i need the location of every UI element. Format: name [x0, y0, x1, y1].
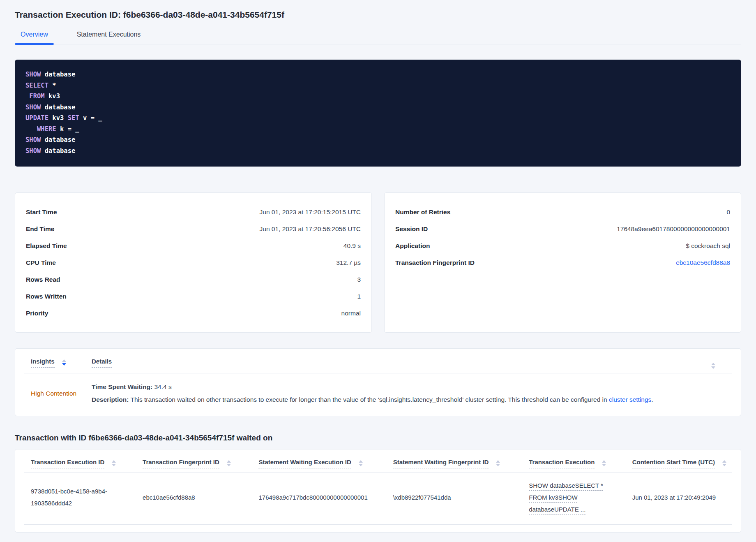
waited-on-table-card: Transaction Execution IDTransaction Fing…: [15, 449, 741, 533]
summary-label: End Time: [26, 225, 54, 233]
sort-up-triangle: [496, 460, 500, 463]
details-column-label[interactable]: Details: [92, 358, 112, 368]
summary-card-left: Start TimeJun 01, 2023 at 17:20:15:2015 …: [15, 192, 372, 333]
sort-down-triangle: [711, 366, 715, 369]
summary-label: Elapsed Time: [26, 242, 67, 250]
cell-transaction-execution-id: 9738d051-bc0e-4158-a9b4-1903586ddd42: [24, 485, 113, 509]
summary-value: normal: [341, 310, 361, 317]
tab-statement-executions[interactable]: Statement Executions: [71, 31, 147, 44]
sort-up-triangle: [227, 460, 231, 463]
summary-value: 312.7 µs: [336, 259, 361, 266]
insight-details: Time Spent Waiting: 34.4 s Description: …: [92, 382, 732, 404]
sort-down-triangle: [602, 464, 606, 466]
tab-overview-label: Overview: [21, 31, 48, 38]
column-header[interactable]: Transaction Execution: [522, 459, 625, 468]
sql-text: k = _: [56, 125, 79, 133]
sql-text: kv3: [45, 93, 60, 100]
column-header-label[interactable]: Transaction Execution: [529, 459, 595, 468]
summary-label: Rows Written: [26, 293, 67, 300]
sql-text: database: [41, 136, 75, 144]
sql-keyword: SHOW: [25, 71, 41, 78]
sql-text: *: [48, 82, 56, 89]
sort-down-triangle: [62, 363, 66, 366]
summary-row: Transaction Fingerprint IDebc10ae56cfd88…: [395, 254, 730, 271]
insight-row: High Contention Time Spent Waiting: 34.4…: [24, 373, 732, 416]
description-suffix: .: [651, 396, 653, 403]
sort-icon[interactable]: [227, 460, 231, 466]
sort-icon[interactable]: [722, 460, 726, 466]
summary-row: Rows Read3: [26, 271, 361, 288]
summary-row: Elapsed Time40.9 s: [26, 237, 361, 254]
transaction-execution-page: Transaction Execution ID: f6be6366-da03-…: [0, 0, 756, 533]
sql-line: WHERE k = _: [25, 124, 731, 135]
waited-on-table-row: 9738d051-bc0e-4158-a9b4-1903586ddd42 ebc…: [24, 473, 732, 525]
insights-header-right-sort[interactable]: [711, 358, 732, 369]
time-spent-waiting-label: Time Spent Waiting:: [92, 383, 152, 390]
tab-statement-executions-label: Statement Executions: [77, 31, 141, 38]
summary-value: Jun 01, 2023 at 17:20:15:2015 UTC: [260, 208, 361, 216]
sort-up-triangle: [722, 460, 726, 463]
sql-keyword: FROM: [29, 93, 44, 100]
sort-down-triangle: [359, 464, 363, 466]
transaction-fingerprint-link[interactable]: ebc10ae56cfd88a8: [676, 259, 730, 266]
transaction-execution-link[interactable]: SHOW databaseSELECT * FROM kv3SHOW datab…: [529, 479, 604, 515]
column-header[interactable]: Statement Waiting Fingerprint ID: [387, 459, 523, 468]
sort-icon[interactable]: [359, 460, 363, 466]
summary-label: Priority: [26, 310, 48, 317]
column-header[interactable]: Contention Start Time (UTC): [626, 459, 732, 468]
sort-down-triangle: [722, 464, 726, 466]
column-header[interactable]: Transaction Execution ID: [24, 459, 136, 468]
sort-icon[interactable]: [62, 359, 66, 366]
tab-overview[interactable]: Overview: [15, 31, 54, 44]
column-header-label[interactable]: Transaction Fingerprint ID: [143, 459, 219, 468]
sort-up-triangle: [112, 460, 116, 463]
sort-icon[interactable]: [112, 460, 116, 466]
summary-value: 40.9 s: [343, 242, 361, 250]
column-header[interactable]: Transaction Fingerprint ID: [136, 459, 252, 468]
sql-line: FROM kv3: [25, 91, 731, 102]
details-column-header[interactable]: Details: [92, 358, 711, 365]
cell-contention-start-time: Jun 01, 2023 at 17:20:49:2049: [626, 491, 732, 503]
column-header-label[interactable]: Transaction Execution ID: [31, 459, 104, 468]
column-header-label[interactable]: Statement Waiting Execution ID: [258, 459, 351, 468]
sql-text: database: [41, 71, 75, 78]
summary-row: Start TimeJun 01, 2023 at 17:20:15:2015 …: [26, 204, 361, 220]
cluster-settings-link[interactable]: cluster settings: [609, 396, 651, 403]
column-header[interactable]: Statement Waiting Execution ID: [252, 459, 386, 468]
summary-value: $ cockroach sql: [686, 242, 730, 250]
summary-label: Rows Read: [26, 276, 60, 283]
cell-statement-waiting-execution-id: 176498a9c717bdc80000000000000001: [252, 491, 386, 503]
insights-column-label[interactable]: Insights: [31, 358, 55, 368]
sort-down-triangle: [112, 464, 116, 466]
summary-value: Jun 01, 2023 at 17:20:56:2056 UTC: [260, 225, 361, 233]
sort-up-triangle: [711, 363, 715, 365]
sql-text: v = _: [79, 114, 102, 122]
summary-label: Transaction Fingerprint ID: [395, 259, 475, 266]
summary-row: Prioritynormal: [26, 305, 361, 322]
sql-keyword: UPDATE: [25, 114, 48, 122]
description-line: Description: This transaction waited on …: [92, 395, 732, 404]
summary-row: Number of Retries0: [395, 204, 730, 220]
summary-row: End TimeJun 01, 2023 at 17:20:56:2056 UT…: [26, 220, 361, 237]
cell-transaction-execution: SHOW databaseSELECT * FROM kv3SHOW datab…: [522, 479, 625, 515]
insights-column-header[interactable]: Insights: [24, 358, 92, 368]
sql-line: SELECT *: [25, 80, 731, 91]
sort-icon[interactable]: [602, 460, 606, 466]
sql-text: database: [41, 104, 75, 111]
description-label: Description:: [92, 396, 129, 403]
cell-statement-waiting-fingerprint-id: \xdb8922f077541dda: [387, 491, 523, 503]
sort-up-triangle: [602, 460, 606, 463]
sort-icon[interactable]: [496, 460, 500, 466]
column-header-label[interactable]: Statement Waiting Fingerprint ID: [393, 459, 489, 468]
sort-icon[interactable]: [711, 363, 715, 369]
sql-keyword: SHOW: [25, 147, 41, 155]
summary-label: Application: [395, 242, 430, 250]
sql-line: SHOW database: [25, 134, 731, 146]
summary-value: 0: [726, 208, 730, 216]
insight-type-badge: High Contention: [24, 390, 92, 397]
sql-line: SHOW database: [25, 146, 731, 157]
column-header-label[interactable]: Contention Start Time (UTC): [632, 459, 715, 468]
summary-card-right: Number of Retries0Session ID17648a9eea60…: [384, 192, 741, 333]
summary-cards-row: Start TimeJun 01, 2023 at 17:20:15:2015 …: [15, 192, 741, 333]
sql-keyword: SHOW: [25, 104, 41, 111]
